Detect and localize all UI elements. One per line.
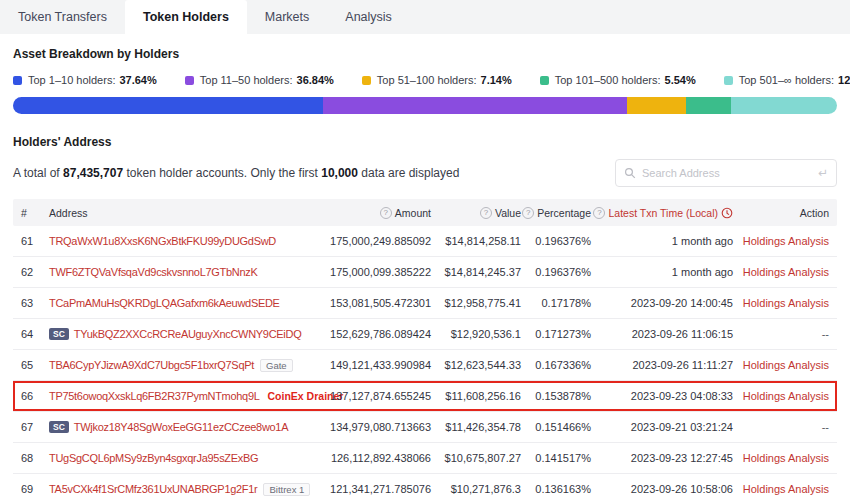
legend-label: Top 101–500 holders: xyxy=(555,74,661,86)
address-link[interactable]: TWjkoz18Y48SgWoxEeGG11ezCCzee8wo1A xyxy=(74,421,288,433)
help-icon[interactable]: ? xyxy=(480,207,492,219)
address-link[interactable]: TRQaWxW1u8XxsK6NGxBtkFKU99yDUGdSwD xyxy=(49,235,276,247)
legend-label: Top 11–50 holders: xyxy=(200,74,293,86)
bar-segment-top11-50 xyxy=(323,97,627,114)
address-cell: TUgSgCQL6pMSy9zByn4sgxqrJa95sZExBG xyxy=(49,452,321,464)
token-holders-panel: Asset Breakdown by Holders Top 1–10 hold… xyxy=(0,47,850,503)
txn-time-cell: 2023-09-20 14:00:45 xyxy=(595,297,733,309)
asset-breakdown-title: Asset Breakdown by Holders xyxy=(13,47,837,61)
holders-summary-row: A total of 87,435,707 token holder accou… xyxy=(13,159,837,187)
address-cell: TCaPmAMuHsQKRDgLQAGafxm6kAeuwdSEDE xyxy=(49,297,321,309)
summary-prefix: A total of xyxy=(13,166,60,180)
bar-segment-top101-500 xyxy=(686,97,732,114)
bar-segment-top1-10 xyxy=(13,97,323,114)
percentage-cell: 0.167336% xyxy=(525,359,591,371)
no-action-dash: -- xyxy=(822,421,829,433)
txn-time-cell: 2023-09-23 12:27:45 xyxy=(595,452,733,464)
row-number: 69 xyxy=(21,483,45,495)
value-cell: $11,426,354.78 xyxy=(435,421,521,433)
txn-time-cell: 1 month ago xyxy=(595,266,733,278)
tab-token-transfers[interactable]: Token Transfers xyxy=(0,0,125,34)
legend-value: 12.83% xyxy=(838,74,850,86)
col-header-percentage: ? Percentage xyxy=(525,207,591,219)
holdings-analysis-link[interactable]: Holdings Analysis xyxy=(743,390,829,402)
address-cell: SC TYukBQZ2XXCcRCReAUguyXncCWNY9CEiDQ xyxy=(49,328,321,340)
amount-cell: 126,112,892.438066 xyxy=(325,452,431,464)
amount-cell: 175,000,099.385222 xyxy=(325,266,431,278)
col-header-percentage-label: Percentage xyxy=(537,207,591,219)
legend-color-dot xyxy=(540,76,549,85)
legend-color-dot xyxy=(362,76,371,85)
tab-token-holders[interactable]: Token Holders xyxy=(125,0,247,34)
value-cell: $14,814,245.37 xyxy=(435,266,521,278)
holdings-analysis-link[interactable]: Holdings Analysis xyxy=(743,452,829,464)
percentage-cell: 0.17178% xyxy=(525,297,591,309)
help-icon[interactable]: ? xyxy=(593,207,605,219)
amount-cell: 134,979,080.713663 xyxy=(325,421,431,433)
holdings-analysis-link[interactable]: Holdings Analysis xyxy=(743,483,829,495)
address-link[interactable]: TCaPmAMuHsQKRDgLQAGafxm6kAeuwdSEDE xyxy=(49,297,280,309)
search-icon xyxy=(624,167,636,179)
txn-time-cell: 2023-09-23 04:08:33 xyxy=(595,390,733,402)
search-address-input[interactable] xyxy=(642,167,812,179)
address-cell: TBA6CypYJizwA9XdC7Ubgc5F1bxrQ7SqPt Gate xyxy=(49,359,321,372)
txn-time-cell: 1 month ago xyxy=(595,235,733,247)
amount-cell: 153,081,505.472301 xyxy=(325,297,431,309)
row-number: 66 xyxy=(21,390,45,402)
txn-time-cell: 2023-09-26 11:06:15 xyxy=(595,328,733,340)
col-header-amount: ? Amount xyxy=(325,207,431,219)
legend-item-top1-10: Top 1–10 holders: 37.64% xyxy=(13,74,157,86)
holders-legend: Top 1–10 holders: 37.64% Top 11–50 holde… xyxy=(13,74,837,86)
exchange-tag: Bittrex 1 xyxy=(263,483,310,496)
legend-value: 5.54% xyxy=(665,74,696,86)
value-cell: $14,814,258.11 xyxy=(435,235,521,247)
col-header-amount-label: Amount xyxy=(395,207,431,219)
col-header-value: ? Value xyxy=(435,207,521,219)
smart-contract-badge: SC xyxy=(49,328,69,340)
table-row: 62 TWF6ZTQVaVfsqaVd9cskvsnnoL7GTbNnzK 17… xyxy=(13,257,837,288)
tab-analysis[interactable]: Analysis xyxy=(327,0,410,34)
value-cell: $11,608,256.16 xyxy=(435,390,521,402)
smart-contract-badge: SC xyxy=(49,421,69,433)
no-action-dash: -- xyxy=(822,328,829,340)
amount-cell: 152,629,786.089424 xyxy=(325,328,431,340)
address-link[interactable]: TBA6CypYJizwA9XdC7Ubgc5F1bxrQ7SqPt xyxy=(49,359,254,371)
amount-cell: 121,341,271.785076 xyxy=(325,483,431,495)
row-number: 64 xyxy=(21,328,45,340)
address-link[interactable]: TUgSgCQL6pMSy9zByn4sgxqrJa95sZExBG xyxy=(49,452,258,464)
holdings-analysis-link[interactable]: Holdings Analysis xyxy=(743,359,829,371)
bar-segment-top501-inf xyxy=(731,97,837,114)
percentage-cell: 0.196376% xyxy=(525,266,591,278)
help-icon[interactable]: ? xyxy=(522,207,534,219)
address-link[interactable]: TA5vCXk4f1SrCMfz361UxUNABRGP1g2F1r xyxy=(49,483,257,495)
holdings-analysis-link[interactable]: Holdings Analysis xyxy=(743,297,829,309)
address-link[interactable]: TP75t6owoqXxskLq6FB2R37PymNTmohq9L xyxy=(49,390,260,402)
help-icon[interactable]: ? xyxy=(380,207,392,219)
holdings-analysis-link[interactable]: Holdings Analysis xyxy=(743,266,829,278)
amount-cell: 175,000,249.885092 xyxy=(325,235,431,247)
table-row: 65 TBA6CypYJizwA9XdC7Ubgc5F1bxrQ7SqPt Ga… xyxy=(13,350,837,381)
table-row: 61 TRQaWxW1u8XxsK6NGxBtkFKU99yDUGdSwD 17… xyxy=(13,226,837,257)
legend-value: 36.84% xyxy=(297,74,334,86)
row-number: 63 xyxy=(21,297,45,309)
value-cell: $10,271,876.3 xyxy=(435,483,521,495)
tab-markets[interactable]: Markets xyxy=(247,0,327,34)
address-cell: TWF6ZTQVaVfsqaVd9cskvsnnoL7GTbNnzK xyxy=(49,266,321,278)
clock-toggle-icon[interactable] xyxy=(721,207,733,219)
col-header-txn-time[interactable]: ? Latest Txn Time (Local) xyxy=(595,207,733,219)
percentage-cell: 0.153878% xyxy=(525,390,591,402)
value-cell: $12,920,536.1 xyxy=(435,328,521,340)
address-search-box[interactable]: ↵ xyxy=(615,159,837,187)
table-row: 67 SC TWjkoz18Y48SgWoxEeGG11ezCCzee8wo1A… xyxy=(13,412,837,443)
holders-total-count: 87,435,707 xyxy=(63,166,123,180)
address-cell: TP75t6owoqXxskLq6FB2R37PymNTmohq9L CoinE… xyxy=(49,390,321,402)
address-link[interactable]: TYukBQZ2XXCcRCReAUguyXncCWNY9CEiDQ xyxy=(74,328,302,340)
holdings-analysis-link[interactable]: Holdings Analysis xyxy=(743,235,829,247)
row-number: 68 xyxy=(21,452,45,464)
legend-value: 7.14% xyxy=(481,74,512,86)
legend-color-dot xyxy=(185,76,194,85)
enter-key-icon: ↵ xyxy=(818,166,828,180)
displayed-count: 10,000 xyxy=(321,166,358,180)
percentage-cell: 0.141517% xyxy=(525,452,591,464)
address-link[interactable]: TWF6ZTQVaVfsqaVd9cskvsnnoL7GTbNnzK xyxy=(49,266,257,278)
